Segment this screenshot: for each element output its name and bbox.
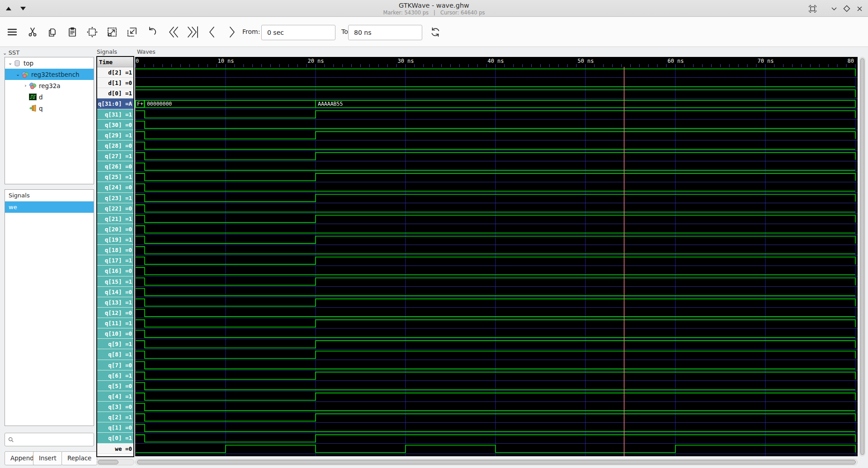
waves-horizontal-scrollbar[interactable] [135,459,858,465]
signal-name-row[interactable]: q[28] =0 [97,140,133,151]
waves-frame-label: Waves [137,48,156,55]
signal-name-row[interactable]: q[15] =1 [97,276,133,287]
zoom-fit-icon [86,26,98,38]
tree-expander-icon[interactable]: ⌄ [7,60,14,66]
prev-edge-button[interactable] [203,23,221,41]
signal-name-row[interactable]: q[21] =1 [97,214,133,224]
replace-button[interactable]: Replace [61,451,97,465]
signal-name-row[interactable]: q[18] =0 [97,245,133,255]
names-horizontal-scrollbar[interactable] [96,459,134,465]
time-unit-label: ns [677,58,684,64]
collapse-chevron-icon: ⌄ [3,50,9,56]
signal-name-row[interactable]: q[29] =1 [97,130,133,140]
time-unit-label: ns [857,58,858,64]
signal-name-row[interactable]: q[27] =1 [97,151,133,161]
signal-name-row[interactable]: q[10] =0 [97,328,133,339]
signal-search-field[interactable] [5,433,94,446]
tree-item-d[interactable]: d [5,91,94,103]
zoom-in-button[interactable] [104,23,121,41]
tree-item-label: d [39,94,43,101]
signal-name-row[interactable]: we =0 [97,444,133,454]
sst-label: SST [9,49,19,56]
tree-expander-icon[interactable]: › [22,83,29,89]
signal-name-row[interactable]: q[25] =1 [97,172,133,182]
reload-button[interactable] [427,23,444,41]
bus-value-label: AAAAAB55 [318,101,343,107]
signal-name-row[interactable]: q[11] =1 [97,318,133,328]
signal-name-row[interactable]: q[6] =1 [97,370,133,381]
time-tick-label: 50 [578,58,584,64]
time-tick-label: 70 [758,58,764,64]
waves-horizontal-scrollbar-thumb[interactable] [137,460,856,464]
signal-name-row[interactable]: q[5] =0 [97,381,133,391]
signal-name-row[interactable]: q[12] =0 [97,308,133,318]
signal-name-row[interactable]: d[1] =0 [97,78,133,88]
signal-name-row[interactable]: q[30] =0 [97,120,133,130]
database-icon [14,60,22,67]
signal-name-row[interactable]: q[1] =0 [97,422,133,433]
sst-header[interactable]: ⌄ SST [3,49,19,56]
tree-item-top[interactable]: ⌄top [5,57,94,69]
hierarchy-icon [21,71,29,78]
zoom-in-icon [106,26,118,38]
close-button[interactable] [854,4,864,14]
fullscreen-button[interactable] [807,4,817,14]
paste-button[interactable] [64,23,81,41]
wave-canvas[interactable]: 010ns20ns30ns40ns50ns60ns70ns80nsF+00000… [135,57,858,456]
tree-expander-icon[interactable]: ⌄ [14,71,21,77]
signal-name-row[interactable]: q[19] =1 [97,234,133,245]
signal-name-row[interactable]: q[31] =1 [97,109,133,120]
maximize-icon [843,5,851,13]
signal-name-row[interactable]: q[31:0] =A [97,98,133,109]
signal-name-row[interactable]: q[9] =1 [97,339,133,349]
menu-icon [6,26,18,38]
next-edge-button[interactable] [223,23,241,41]
signal-name-row[interactable]: q[13] =1 [97,297,133,308]
minimize-button[interactable] [829,4,839,14]
tree-item-reg32testbench[interactable]: ⌄reg32testbench [5,69,94,80]
time-unit-label: ns [317,58,324,64]
search-result-we[interactable]: we [5,201,94,213]
cut-button[interactable] [24,23,41,41]
names-horizontal-scrollbar-thumb[interactable] [98,460,118,464]
signal-name-row[interactable]: q[16] =0 [97,266,133,276]
signal-name-row[interactable]: q[26] =0 [97,161,133,172]
signal-name-row[interactable]: q[4] =1 [97,391,133,402]
to-end-button[interactable] [184,23,201,41]
from-input[interactable] [261,25,335,40]
signal-name-row[interactable]: q[17] =1 [97,255,133,266]
signal-name-row[interactable]: q[22] =0 [97,203,133,214]
waves-vertical-scrollbar[interactable] [859,57,865,456]
tree-item-q[interactable]: q [5,103,94,114]
zoom-fit-button[interactable] [84,23,101,41]
signal-name-row[interactable]: q[0] =1 [97,433,133,443]
hierarchy-icon [29,82,37,89]
signal-name-row[interactable]: q[20] =0 [97,224,133,234]
to-input[interactable] [348,25,422,40]
signal-name-row[interactable]: q[23] =1 [97,193,133,203]
to-start-button[interactable] [165,23,183,41]
zoom-undo-button[interactable] [143,23,160,41]
signal-name-row[interactable]: q[2] =1 [97,412,133,422]
tree-item-label: reg32a [39,82,61,89]
time-tick-label: 10 [218,58,224,64]
signal-name-row[interactable]: q[24] =0 [97,182,133,192]
zoom-out-button[interactable] [123,23,141,41]
signal-name-row[interactable]: q[8] =1 [97,349,133,360]
insert-button[interactable]: Insert [33,451,62,465]
menu-button[interactable] [4,23,21,41]
copy-button[interactable] [44,23,61,41]
signal-name-row[interactable]: d[2] =1 [97,67,133,78]
search-input[interactable] [14,433,94,446]
bus-value-label: 00000000 [147,101,172,107]
time-header-cell: Time [97,57,133,67]
signal-name-row[interactable]: q[7] =0 [97,360,133,370]
signal-name-row[interactable]: q[3] =0 [97,402,133,412]
tree-item-reg32a[interactable]: ›reg32a [5,80,94,91]
maximize-button[interactable] [842,4,852,14]
signal-name-row[interactable]: d[0] =1 [97,88,133,98]
zoom-undo-icon [146,26,158,38]
signal-name-row[interactable]: q[14] =0 [97,287,133,297]
paste-icon [67,27,78,37]
waves-vertical-scrollbar-thumb[interactable] [860,58,864,455]
